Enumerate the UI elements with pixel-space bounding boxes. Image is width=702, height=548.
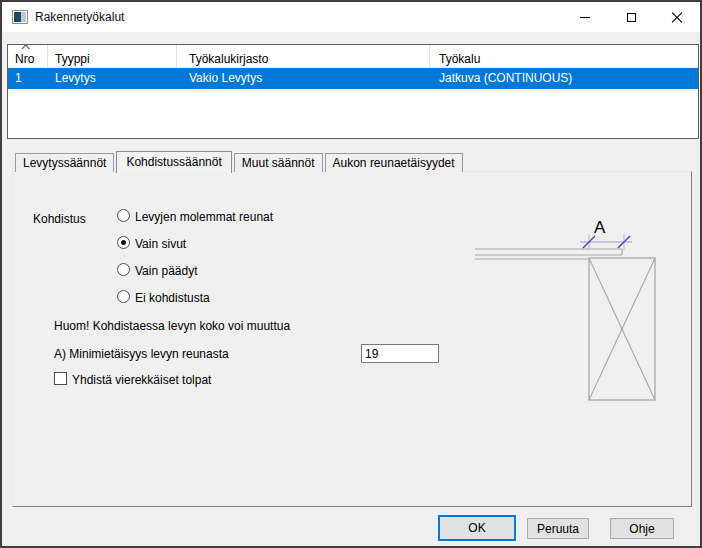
close-button[interactable] xyxy=(654,2,700,32)
radio-levyjen-molemmat-reunat[interactable] xyxy=(117,209,130,222)
app-icon-left xyxy=(14,12,21,22)
minimize-icon xyxy=(580,17,590,18)
close-icon xyxy=(671,11,683,23)
dialog-window: Rakennetyökalut ^ Nro Tyyppi Työkalukirj… xyxy=(0,0,702,548)
tab-aukon-reunaetaisyydet[interactable]: Aukon reunaetäisyydet xyxy=(325,153,463,172)
ok-button[interactable]: OK xyxy=(438,515,516,541)
radio-label-vain-sivut[interactable]: Vain sivut xyxy=(135,237,186,251)
tab-muut-saannot[interactable]: Muut säännöt xyxy=(234,153,323,172)
cell-tyokalu: Jatkuva (CONTINUOUS) xyxy=(430,68,698,89)
window-title: Rakennetyökalut xyxy=(35,2,124,32)
tab-kohdistussaannot[interactable]: Kohdistussäännöt xyxy=(116,151,231,173)
tool-list-header: ^ Nro Tyyppi Työkalukirjasto Työkalu xyxy=(8,45,698,68)
tab-levytyssaannot[interactable]: Levytyssäännöt xyxy=(15,153,114,172)
table-row-selected[interactable]: 1 Levytys Vakio Levytys Jatkuva (CONTINU… xyxy=(8,68,698,89)
maximize-button[interactable] xyxy=(608,2,654,32)
column-header-tyyppi[interactable]: Tyyppi xyxy=(48,45,177,67)
help-button[interactable]: Ohje xyxy=(610,518,674,539)
tab-strip: Levytyssäännöt Kohdistussäännöt Muut sää… xyxy=(15,150,465,172)
radio-ei-kohdistusta[interactable] xyxy=(117,290,130,303)
radio-label-ei-kohdistusta[interactable]: Ei kohdistusta xyxy=(135,291,210,305)
radio-label-vain-paadyt[interactable]: Vain päädyt xyxy=(135,264,198,278)
app-icon-right xyxy=(21,12,26,22)
merge-studs-checkbox-label[interactable]: Yhdistä vierekkäiset tolpat xyxy=(72,373,211,387)
radio-vain-sivut[interactable] xyxy=(117,236,130,249)
minimize-button[interactable] xyxy=(562,2,608,32)
sort-ascending-icon: ^ xyxy=(21,43,30,55)
column-header-tyokalu[interactable]: Työkalu xyxy=(430,45,698,67)
window-controls xyxy=(562,2,700,32)
merge-studs-checkbox[interactable] xyxy=(54,372,67,385)
title-bar[interactable]: Rakennetyökalut xyxy=(2,2,700,32)
app-icon xyxy=(12,10,28,24)
min-distance-label: A) Minimietäisyys levyn reunasta xyxy=(54,347,229,361)
radio-label-levyjen-molemmat-reunat[interactable]: Levyjen molemmat reunat xyxy=(135,210,273,224)
min-distance-input[interactable] xyxy=(361,344,439,363)
cell-nro: 1 xyxy=(8,68,48,89)
cell-tyokalukirjasto: Vakio Levytys xyxy=(177,68,430,89)
kohdistus-group-label: Kohdistus xyxy=(33,212,86,226)
cancel-button[interactable]: Peruuta xyxy=(527,518,589,539)
tool-list: ^ Nro Tyyppi Työkalukirjasto Työkalu 1 L… xyxy=(7,44,699,139)
alignment-diagram: A xyxy=(457,202,692,412)
column-header-tyokalukirjasto[interactable]: Työkalukirjasto xyxy=(177,45,430,67)
maximize-icon xyxy=(627,13,636,22)
note-text: Huom! Kohdistaessa levyn koko voi muuttu… xyxy=(54,319,290,333)
dimension-label: A xyxy=(594,218,606,237)
cell-tyyppi: Levytys xyxy=(48,68,177,89)
radio-vain-paadyt[interactable] xyxy=(117,263,130,276)
